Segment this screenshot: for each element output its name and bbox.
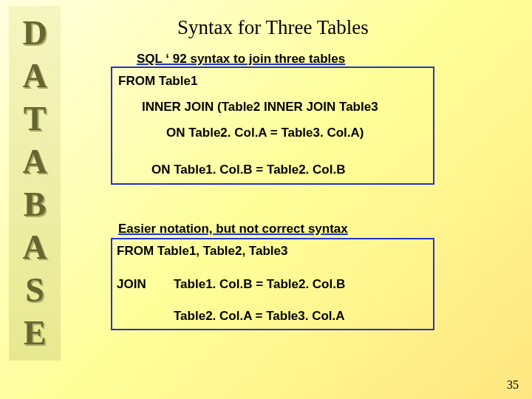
section1-line4: ON Table1. Col.B = Table2. Col.B [151, 163, 345, 177]
sidebar-letter: B [24, 188, 47, 222]
slide-title: Syntax for Three Tables [177, 16, 369, 39]
section2-heading: Easier notation, but not correct syntax [118, 222, 348, 236]
sidebar-letter: A [22, 231, 47, 265]
sidebar-letter: S [25, 273, 44, 307]
section2-line2-join: JOIN [117, 277, 146, 292]
sidebar-letter: T [24, 102, 47, 136]
section1-line1: FROM Table1 [118, 74, 197, 89]
sidebar-letter: E [24, 316, 47, 350]
sidebar-letter: A [22, 59, 47, 93]
page-number: 35 [507, 378, 519, 392]
sidebar-letter: D [22, 16, 47, 50]
sidebar-database-letters: D A T A B A S E [9, 6, 61, 361]
sidebar-letter: A [22, 145, 47, 179]
section2-line3: Table2. Col.A = Table3. Col.A [174, 309, 345, 324]
section2-line1: FROM Table1, Table2, Table3 [117, 244, 287, 259]
section1-line2: INNER JOIN (Table2 INNER JOIN Table3 [142, 100, 378, 115]
section1-line3: ON Table2. Col.A = Table3. Col.A) [166, 126, 364, 140]
section2-line2-cond: Table1. Col.B = Table2. Col.B [174, 277, 345, 292]
section1-heading: SQL ‘ 92 syntax to join three tables [137, 52, 345, 66]
